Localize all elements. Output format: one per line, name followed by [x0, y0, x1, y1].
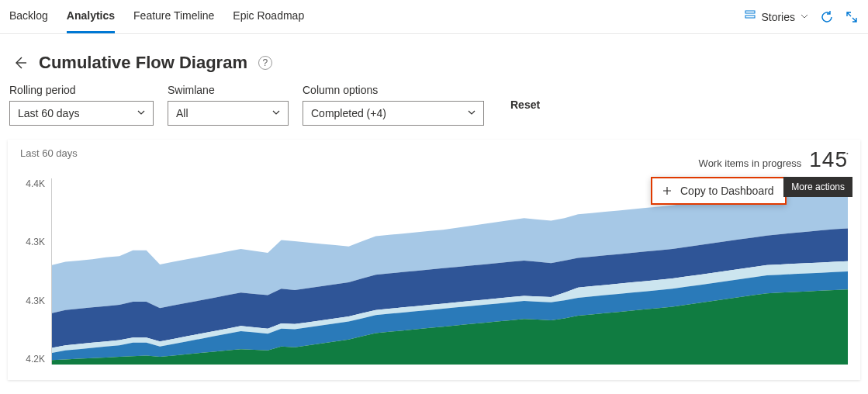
plot: [51, 178, 848, 365]
y-tick: 4.3K: [20, 296, 45, 306]
stories-selector[interactable]: Stories: [744, 9, 809, 24]
reset-button[interactable]: Reset: [503, 94, 548, 116]
tab-feature-timeline[interactable]: Feature Timeline: [133, 0, 214, 33]
filter-column-options: Column options Completed (+4): [303, 84, 484, 126]
fullscreen-button[interactable]: [845, 10, 859, 24]
chevron-down-icon: [136, 107, 147, 120]
select-value: All: [176, 107, 188, 119]
y-axis: 4.4K 4.3K 4.3K 4.2K: [20, 178, 51, 365]
filter-rolling-period: Rolling period Last 60 days: [9, 84, 154, 126]
filter-label: Rolling period: [9, 84, 154, 96]
column-options-select[interactable]: Completed (+4): [303, 101, 484, 126]
chevron-down-icon: [466, 107, 477, 120]
tab-backlog[interactable]: Backlog: [9, 0, 48, 33]
plus-icon: [662, 185, 673, 196]
menu-item-copy-to-dashboard[interactable]: Copy to Dashboard: [652, 178, 785, 203]
card-subtitle: Last 60 days: [20, 147, 78, 159]
chart-card: ⋯ Last 60 days Work items in progress 14…: [8, 140, 860, 380]
y-tick: 4.2K: [20, 354, 45, 365]
svg-rect-1: [745, 16, 755, 18]
page-title: Cumulative Flow Diagram: [39, 53, 247, 73]
stories-label: Stories: [761, 11, 795, 23]
filter-label: Swimlane: [168, 84, 289, 96]
select-value: Last 60 days: [18, 107, 79, 119]
page-header: Cumulative Flow Diagram ?: [0, 34, 868, 84]
chevron-down-icon: [271, 107, 282, 120]
top-navigation: Backlog Analytics Feature Timeline Epic …: [0, 0, 868, 34]
wip-summary: Work items in progress 145: [699, 147, 848, 172]
chevron-down-icon: [800, 11, 809, 23]
card-header: Last 60 days Work items in progress 145: [20, 147, 848, 172]
rolling-period-select[interactable]: Last 60 days: [9, 101, 154, 126]
swimlane-select[interactable]: All: [168, 101, 289, 126]
tab-list: Backlog Analytics Feature Timeline Epic …: [9, 0, 304, 33]
select-value: Completed (+4): [311, 107, 386, 119]
back-button[interactable]: [12, 55, 28, 71]
tab-analytics[interactable]: Analytics: [67, 0, 115, 33]
context-menu: Copy to Dashboard: [651, 177, 787, 205]
stories-icon: [744, 9, 756, 24]
help-icon[interactable]: ?: [258, 56, 272, 70]
chart-area: 4.4K 4.3K 4.3K 4.2K: [20, 178, 848, 365]
refresh-button[interactable]: [820, 10, 834, 24]
menu-item-label: Copy to Dashboard: [680, 185, 774, 197]
svg-rect-0: [745, 11, 755, 13]
filter-label: Column options: [303, 84, 484, 96]
wip-label: Work items in progress: [699, 157, 802, 169]
filters-row: Rolling period Last 60 days Swimlane All…: [0, 84, 868, 140]
filter-swimlane: Swimlane All: [168, 84, 289, 126]
y-tick: 4.3K: [20, 237, 45, 247]
more-actions-tooltip: More actions: [783, 177, 852, 197]
area-chart-svg: [52, 178, 848, 365]
tab-epic-roadmap[interactable]: Epic Roadmap: [233, 0, 304, 33]
y-tick: 4.4K: [20, 178, 45, 189]
top-right-actions: Stories: [744, 9, 859, 24]
more-actions-button[interactable]: ⋯: [832, 144, 854, 162]
